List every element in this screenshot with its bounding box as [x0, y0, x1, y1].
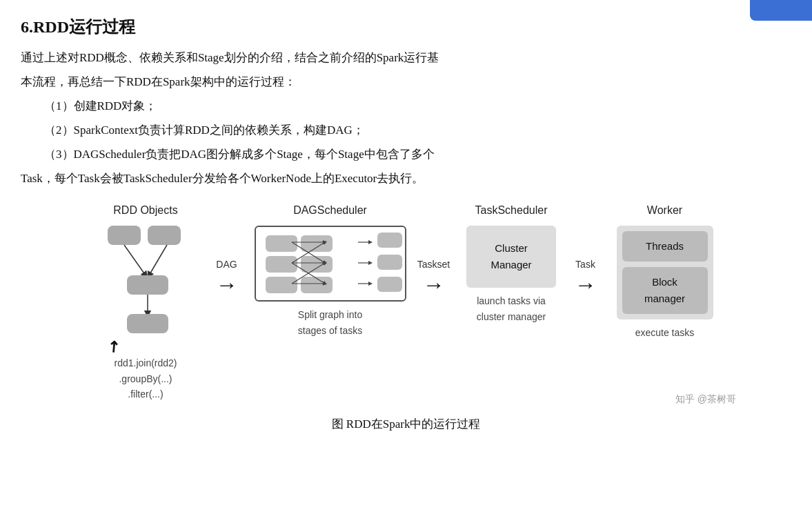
intro-line-2: 本流程，再总结一下RDD在Spark架构中的运行过程： [21, 72, 791, 92]
col1-label: RDD Objects [113, 201, 177, 219]
dag-node [266, 277, 297, 293]
intro-text: 通过上述对RDD概念、依赖关系和Stage划分的介绍，结合之前介绍的Spark运… [21, 48, 791, 188]
rdd-bottom-node [127, 314, 168, 333]
cluster-manager-box: Cluster Manager [466, 226, 556, 288]
svg-line-1 [149, 245, 167, 275]
dag-node [301, 277, 333, 293]
block-manager-label: Block manager [644, 276, 685, 304]
dag-output-node [377, 277, 402, 292]
arrow1-icon: → [216, 273, 238, 295]
col2-sub: Split graph into stages of tasks [298, 307, 362, 338]
blue-corner-decoration [750, 0, 812, 21]
dag-output-node [377, 255, 402, 270]
dag-output-node [377, 233, 402, 248]
intro-line-6: Task，每个Task会被TaskScheduler分发给各个WorkerNod… [21, 169, 791, 189]
dag-node [266, 235, 297, 252]
threads-box: Threads [622, 231, 708, 262]
dag-node [301, 235, 333, 252]
intro-line-4: （2）SparkContext负责计算RDD之间的依赖关系，构建DAG； [44, 121, 791, 141]
threads-label: Threads [646, 240, 684, 252]
zhihu-credit: 知乎 @茶树哥 [675, 393, 736, 404]
col2-label: DAGScheduler [293, 201, 367, 219]
arrow1-label: DAG [216, 257, 237, 272]
arrow3-label: Task [575, 257, 595, 272]
intro-line-3: （1）创建RDD对象； [44, 97, 791, 117]
block-manager-box: Block manager [622, 267, 708, 314]
cluster-manager-text: Cluster Manager [491, 240, 531, 273]
diagram-caption: 图 RDD在Spark中的运行过程 [21, 415, 791, 433]
svg-line-0 [124, 245, 146, 275]
dag-scheduler-box [255, 226, 406, 302]
arrow3-icon: → [575, 273, 597, 295]
rdd-middle-node [127, 275, 168, 295]
col3-sub: launch tasks via cluster manager [477, 293, 546, 324]
arrow2-icon: → [423, 273, 445, 295]
dag-node [266, 256, 297, 273]
arrow2-label: Taskset [417, 257, 450, 272]
col4-label: Worker [647, 201, 682, 219]
intro-line-1: 通过上述对RDD概念、依赖关系和Stage划分的介绍，结合之前介绍的Spark运… [21, 48, 791, 68]
page-title: 6.RDD运行过程 [21, 14, 791, 40]
intro-line-5: （3）DAGScheduler负责把DAG图分解成多个Stage，每个Stage… [44, 145, 791, 165]
col3-label: TaskScheduler [475, 201, 548, 219]
worker-box: Threads Block manager [617, 226, 713, 319]
col4-sub: execute tasks [635, 325, 695, 340]
dag-node [301, 256, 333, 273]
